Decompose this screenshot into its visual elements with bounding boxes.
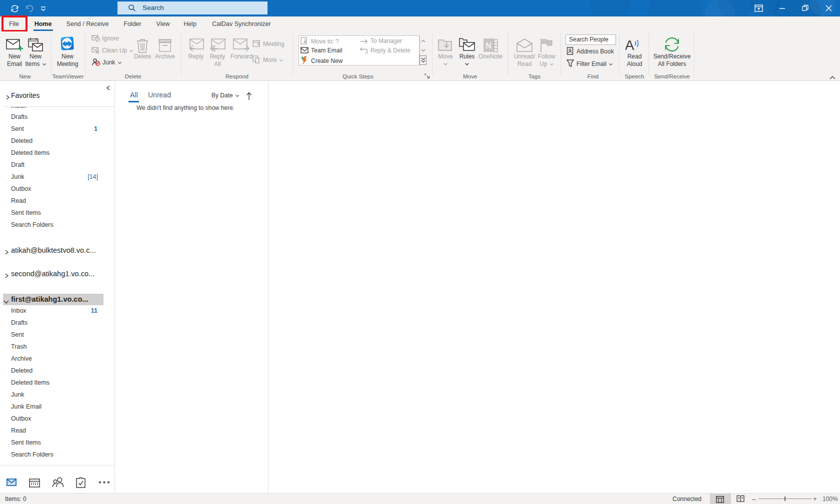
svg-text:N: N: [486, 41, 492, 50]
svg-text:A: A: [626, 37, 634, 52]
